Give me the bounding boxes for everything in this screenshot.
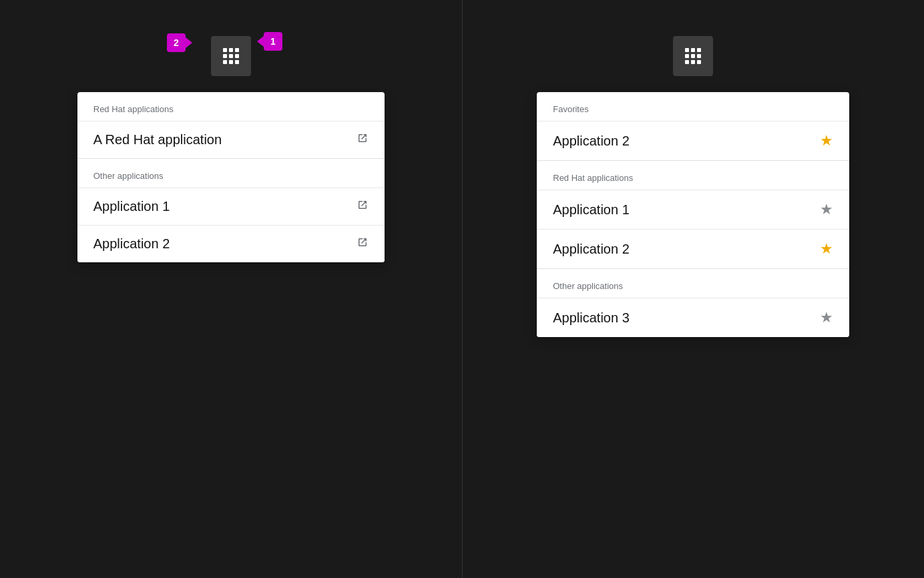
right-panel: 3 Favorites Application 2 ★ Red Hat appl… — [463, 0, 925, 578]
grid-icon-left — [223, 48, 239, 64]
app-item-app1[interactable]: Application 1 — [77, 188, 385, 225]
app-item-rh-app1[interactable]: Application 1 ★ — [537, 190, 849, 229]
app-name-app2: Application 2 — [93, 236, 170, 252]
left-header: 2 1 — [0, 0, 462, 87]
dropdown-section-rh: Red Hat applications Application 1 ★ App… — [537, 161, 849, 269]
app-item-rh-app2[interactable]: Application 2 ★ — [537, 229, 849, 268]
grid-icon-right — [685, 48, 701, 64]
section-label-other-right: Other applications — [537, 269, 849, 298]
app-item-app2[interactable]: Application 2 — [77, 225, 385, 262]
app-name-redhat: A Red Hat application — [93, 132, 222, 148]
grid-dot — [697, 54, 701, 58]
dropdown-section-redhat: Red Hat applications A Red Hat applicati… — [77, 92, 385, 159]
app-name-rh-app2: Application 2 — [553, 242, 630, 257]
dropdown-section-favorites: Favorites Application 2 ★ — [537, 92, 849, 161]
section-label-redhat: Red Hat applications — [77, 92, 385, 121]
grid-dot — [223, 54, 227, 58]
grid-dot — [691, 48, 695, 52]
grid-dot — [685, 48, 689, 52]
dropdown-section-other-right: Other applications Application 3 ★ — [537, 269, 849, 337]
grid-dot — [691, 60, 695, 64]
grid-dot — [229, 54, 233, 58]
right-header — [463, 0, 925, 87]
app-item-fav-app2[interactable]: Application 2 ★ — [537, 121, 849, 160]
grid-dot — [223, 60, 227, 64]
dropdown-section-other: Other applications Application 1 Applica… — [77, 159, 385, 262]
grid-dot — [691, 54, 695, 58]
app-item-other-app3[interactable]: Application 3 ★ — [537, 298, 849, 337]
grid-dot — [229, 60, 233, 64]
external-link-icon — [357, 132, 369, 148]
annotation-badge-2: 2 — [167, 33, 186, 52]
app-launcher-dropdown-left: Red Hat applications A Red Hat applicati… — [77, 92, 385, 262]
app-launcher-button-left[interactable] — [211, 36, 251, 76]
grid-dot — [697, 48, 701, 52]
grid-dot — [235, 60, 239, 64]
grid-dot — [223, 48, 227, 52]
star-filled-icon-fav[interactable]: ★ — [820, 132, 833, 150]
star-filled-icon-rh-app2[interactable]: ★ — [820, 240, 833, 258]
section-label-other: Other applications — [77, 159, 385, 188]
left-panel: 2 1 Red Hat applications — [0, 0, 462, 578]
app-launcher-button-right[interactable] — [673, 36, 713, 76]
section-label-favorites: Favorites — [537, 92, 849, 121]
app-name-other-app3: Application 3 — [553, 310, 630, 326]
star-empty-icon-rh-app1[interactable]: ★ — [820, 201, 833, 218]
grid-dot — [697, 60, 701, 64]
app-launcher-dropdown-right: 3 Favorites Application 2 ★ Red Hat appl… — [537, 92, 849, 337]
app-item-redhat-app[interactable]: A Red Hat application — [77, 121, 385, 158]
grid-dot — [685, 54, 689, 58]
app-name-app1: Application 1 — [93, 199, 170, 214]
grid-dot — [685, 60, 689, 64]
section-label-rh: Red Hat applications — [537, 161, 849, 190]
app-name-fav-app2: Application 2 — [553, 133, 630, 149]
star-empty-icon-other-app3[interactable]: ★ — [820, 309, 833, 326]
grid-dot — [229, 48, 233, 52]
annotation-badge-1: 1 — [264, 32, 282, 51]
grid-dot — [235, 54, 239, 58]
grid-dot — [235, 48, 239, 52]
external-link-icon-app1 — [357, 199, 369, 214]
app-name-rh-app1: Application 1 — [553, 202, 630, 218]
external-link-icon-app2 — [357, 236, 369, 252]
